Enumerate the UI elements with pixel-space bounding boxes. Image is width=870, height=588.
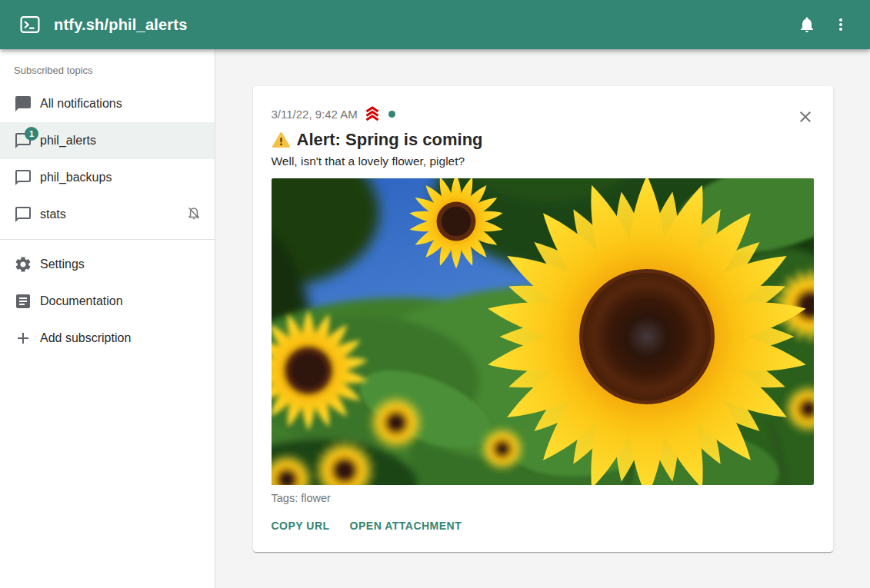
sidebar-item-settings[interactable]: Settings [0,246,215,283]
sidebar-item-label: Add subscription [40,331,131,345]
sidebar-item-all-notifications[interactable]: All notifications [0,85,215,122]
notification-timestamp: 3/11/22, 9:42 AM [272,108,358,121]
article-icon [14,292,32,311]
chat-outline-icon [14,168,32,187]
unread-count-badge: 1 [25,127,38,141]
notification-message: Well, isn't that a lovely flower, piglet… [272,154,815,168]
more-vert-icon [832,15,850,34]
subscribed-topics-label: Subscribed topics [0,61,215,85]
sidebar-item-stats[interactable]: stats [0,196,215,233]
sidebar-divider [0,239,215,240]
sidebar-item-label: All notifications [40,97,122,111]
sidebar-item-documentation[interactable]: Documentation [0,283,215,320]
priority-max-icon [363,105,382,123]
new-indicator-dot-icon [388,111,395,118]
sidebar: Subscribed topics All notifications 1 ph… [0,49,215,588]
warning-icon [272,131,291,150]
notification-title: Alert: Spring is coming [272,130,815,150]
sidebar-item-label: stats [40,208,66,221]
terminal-icon [18,14,42,35]
sidebar-item-add-subscription[interactable]: Add subscription [0,320,215,357]
close-icon [796,108,815,126]
app-brand: ntfy.sh/phil_alerts [18,14,187,35]
chat-outline-icon [14,205,32,224]
sunflower-photo [272,178,814,485]
app-bar: ntfy.sh/phil_alerts [0,0,870,49]
sidebar-item-label: Settings [40,257,85,271]
page-title: ntfy.sh/phil_alerts [54,16,187,34]
chat-filled-icon [14,95,32,113]
plus-icon [14,329,32,347]
sidebar-item-phil-alerts[interactable]: 1 phil_alerts [0,122,215,159]
notification-card: 3/11/22, 9:42 AM [253,86,833,552]
notifications-bell-button[interactable] [790,8,824,42]
gear-icon [14,255,32,274]
notification-title-text: Alert: Spring is coming [297,130,483,150]
close-notification-button[interactable] [795,106,816,128]
notifications-muted-icon [185,204,202,224]
overflow-menu-button[interactable] [824,8,858,42]
notification-tags: Tags: flower [272,492,815,504]
sidebar-item-label: phil_alerts [40,134,96,148]
copy-url-button[interactable]: COPY URL [265,513,336,538]
notification-meta: 3/11/22, 9:42 AM [272,105,815,123]
sidebar-item-phil-backups[interactable]: phil_backups [0,159,215,196]
chat-outline-icon: 1 [14,131,32,150]
main-content: 3/11/22, 9:42 AM [215,49,870,588]
bell-icon [798,15,816,34]
attachment-image[interactable] [272,178,814,485]
sidebar-item-label: Documentation [40,294,123,308]
open-attachment-button[interactable]: OPEN ATTACHMENT [344,513,468,538]
notification-actions: COPY URL OPEN ATTACHMENT [265,513,815,541]
sidebar-item-label: phil_backups [40,171,112,184]
